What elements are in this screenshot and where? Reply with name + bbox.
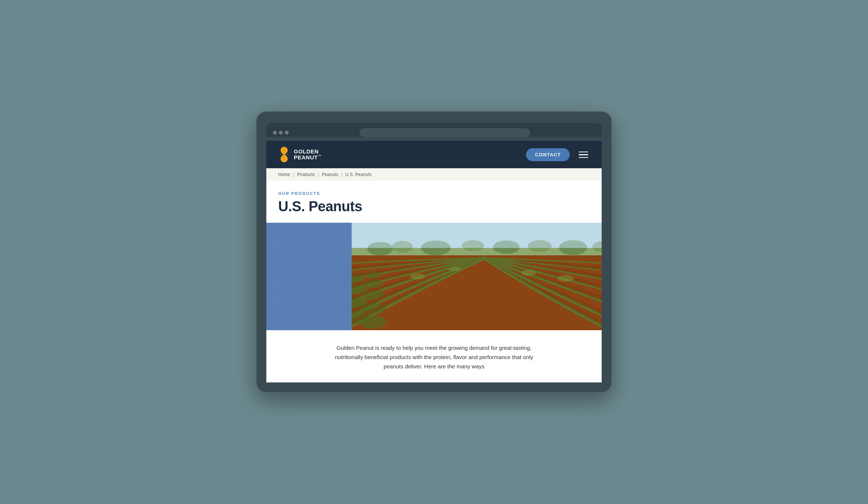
traffic-light-minimize: [279, 131, 283, 135]
hamburger-line-3: [579, 157, 588, 158]
device-frame: GOLDEN PEANUT™ CONTACT Home | Products: [256, 111, 612, 392]
browser-content: GOLDEN PEANUT™ CONTACT Home | Products: [266, 141, 602, 382]
traffic-light-maximize: [285, 131, 289, 135]
peanut-shape: [298, 267, 309, 284]
peanut-shape: [323, 286, 334, 303]
browser-chrome: [266, 123, 602, 137]
svg-point-6: [274, 238, 282, 245]
peanut-shape: [323, 248, 334, 264]
traffic-light-close: [273, 131, 277, 135]
peanut-pattern: [266, 223, 352, 330]
logo-area[interactable]: GOLDEN PEANUT™: [278, 147, 321, 162]
svg-point-24: [274, 276, 282, 284]
hamburger-menu-button[interactable]: [577, 150, 590, 160]
farm-field-image: [352, 223, 602, 330]
svg-point-64: [448, 267, 460, 271]
svg-point-30: [325, 276, 333, 284]
hero-left-panel: [266, 223, 352, 330]
browser-top-bar: [273, 128, 595, 137]
breadcrumb-peanuts[interactable]: Peanuts: [322, 172, 338, 177]
breadcrumb-home[interactable]: Home: [278, 172, 290, 177]
peanut-shape: [298, 229, 309, 245]
section-label: OUR PRODUCTS: [278, 191, 590, 196]
svg-point-8: [299, 229, 307, 236]
hero-right-panel: [352, 223, 602, 330]
peanut-shape: [272, 286, 283, 303]
svg-point-21: [325, 257, 333, 265]
breadcrumb-current: U.S. Peanuts: [345, 172, 372, 177]
page-title: U.S. Peanuts: [278, 199, 590, 215]
peanut-shape: [272, 248, 283, 264]
svg-point-26: [299, 267, 307, 275]
hero-section: [266, 223, 602, 330]
traffic-lights: [273, 131, 289, 135]
hamburger-line-2: [579, 154, 588, 155]
header-right: CONTACT: [526, 148, 590, 161]
breadcrumb-sep-2: |: [318, 172, 319, 177]
svg-rect-7: [275, 235, 281, 239]
site-header: GOLDEN PEANUT™ CONTACT: [266, 141, 602, 168]
svg-rect-28: [300, 274, 306, 277]
svg-point-29: [325, 267, 333, 275]
description-text: Golden Peanut is ready to help you meet …: [334, 344, 534, 371]
svg-point-35: [299, 286, 307, 294]
svg-rect-40: [326, 293, 332, 296]
svg-point-32: [274, 286, 282, 294]
svg-point-36: [299, 295, 307, 303]
breadcrumb-sep-3: |: [341, 172, 342, 177]
hamburger-line-1: [579, 152, 588, 153]
svg-rect-62: [352, 223, 602, 248]
peanut-shape: [323, 267, 334, 284]
logo-text: GOLDEN PEANUT™: [294, 149, 321, 161]
svg-point-65: [521, 270, 536, 276]
svg-point-18: [299, 257, 307, 265]
peanut-shape: [298, 248, 309, 264]
svg-rect-16: [275, 255, 281, 258]
svg-rect-13: [326, 235, 332, 239]
contact-button[interactable]: CONTACT: [526, 148, 570, 161]
svg-rect-10: [300, 235, 306, 239]
logo-icon: [278, 147, 290, 162]
peanut-shape: [272, 267, 283, 284]
svg-rect-25: [275, 274, 281, 277]
svg-point-38: [325, 286, 333, 294]
svg-rect-31: [326, 274, 332, 277]
svg-rect-19: [300, 255, 306, 258]
svg-point-17: [299, 248, 307, 256]
breadcrumb: Home | Products | Peanuts | U.S. Peanuts: [266, 168, 602, 181]
brand-name: GOLDEN: [294, 149, 321, 155]
svg-point-11: [325, 229, 333, 236]
svg-point-9: [299, 238, 307, 245]
svg-point-15: [274, 257, 282, 265]
svg-point-66: [558, 275, 574, 282]
peanut-shape: [323, 229, 334, 245]
svg-point-63: [410, 273, 425, 279]
svg-point-20: [325, 248, 333, 256]
breadcrumb-sep-1: |: [293, 172, 294, 177]
svg-point-27: [299, 276, 307, 284]
svg-point-33: [274, 295, 282, 303]
svg-rect-22: [326, 255, 332, 258]
svg-point-5: [274, 229, 282, 236]
svg-point-14: [274, 248, 282, 256]
page-content: OUR PRODUCTS U.S. Peanuts: [266, 181, 602, 215]
address-bar[interactable]: [359, 128, 530, 137]
text-section: Golden Peanut is ready to help you meet …: [266, 330, 602, 382]
svg-rect-34: [275, 293, 281, 296]
svg-rect-37: [300, 293, 306, 296]
brand-sub: PEANUT™: [294, 155, 321, 161]
svg-point-23: [274, 267, 282, 275]
breadcrumb-products[interactable]: Products: [297, 172, 315, 177]
svg-point-3: [282, 148, 286, 152]
svg-point-39: [325, 295, 333, 303]
svg-point-4: [282, 157, 286, 161]
peanut-shape: [272, 229, 283, 245]
peanut-shape: [298, 286, 309, 303]
svg-point-12: [325, 238, 333, 245]
